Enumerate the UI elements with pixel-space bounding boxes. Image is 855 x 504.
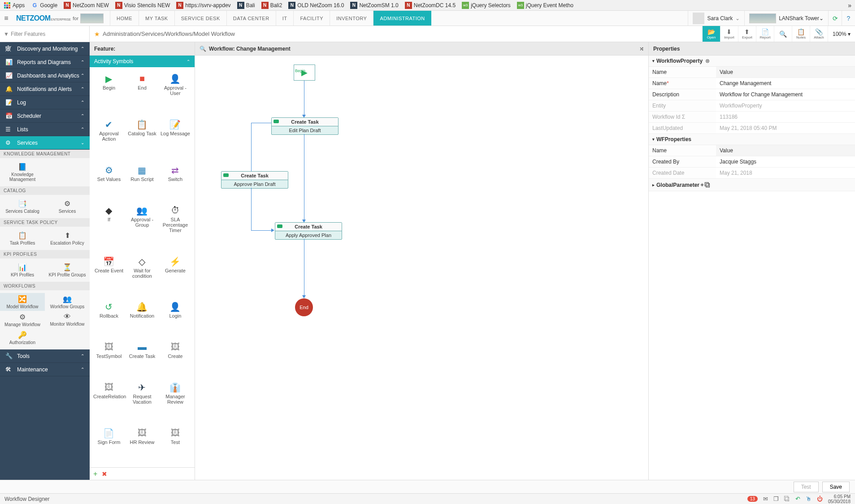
- search-icon[interactable]: 🔍: [774, 26, 792, 42]
- sidebar-subitem-manage-workflow[interactable]: ⚙Manage Workflow: [0, 311, 45, 329]
- activity-manager-review[interactable]: 👔Manager Review: [159, 379, 192, 424]
- activity-create[interactable]: 🖼Create: [159, 338, 192, 379]
- mail-icon[interactable]: ✉: [763, 495, 768, 502]
- add-button[interactable]: +: [93, 470, 97, 478]
- tab-it[interactable]: IT: [276, 11, 294, 26]
- sidebar-item-lists[interactable]: ☰Lists⌃: [0, 123, 90, 136]
- import-button[interactable]: ⬇Import: [720, 26, 738, 42]
- activity-approval-group[interactable]: 👥Approval - Group: [126, 202, 159, 253]
- test-button[interactable]: Test: [794, 482, 819, 492]
- property-row[interactable]: DescriptionWorkflow for Change Managemen…: [649, 89, 855, 100]
- workflow-node[interactable]: Create Task Edit Plan Draft: [271, 117, 339, 135]
- help-button[interactable]: ?: [842, 11, 855, 26]
- property-section-workflowproperty[interactable]: ▾WorkflowProperty⊗: [649, 56, 855, 67]
- activity-generate[interactable]: ⚡Generate: [159, 253, 192, 298]
- attach-icon[interactable]: 📎Attach: [810, 26, 828, 42]
- activity-approval-user[interactable]: 👤Approval - User: [159, 70, 192, 116]
- property-row[interactable]: Name*Change Management: [649, 78, 855, 89]
- bookmark-visio[interactable]: NVisio Stencils NEW: [115, 2, 170, 9]
- copy-icon[interactable]: ⿻: [705, 182, 710, 188]
- begin-node[interactable]: ▶ Begin: [294, 65, 315, 81]
- end-node[interactable]: End: [295, 298, 313, 316]
- activity-test[interactable]: 🖼Test: [159, 424, 192, 465]
- sidebar-item-dashboards-and-analytics[interactable]: 📈Dashboards and Analytics⌃: [0, 69, 90, 82]
- workflow-canvas[interactable]: ▶ Begin Create Task Edit Plan Draft: [195, 56, 648, 480]
- activity-symbols-header[interactable]: Activity Symbols ⌃: [90, 56, 195, 67]
- report-button[interactable]: 📄Report: [756, 26, 774, 42]
- sidebar-item-maintenance[interactable]: 🛠Maintenance⌃: [0, 363, 90, 376]
- tab-data-center[interactable]: DATA CENTER: [226, 11, 276, 26]
- activity-login[interactable]: 👤Login: [159, 298, 192, 338]
- property-section-wfproperties[interactable]: ▾WFProperties: [649, 134, 855, 145]
- sidebar-subitem-kpi-profile-groups[interactable]: ⏳KPI Profile Groups: [45, 261, 90, 279]
- open-button[interactable]: 📂Open: [702, 26, 720, 42]
- activity-catalog-task[interactable]: 📋Catalog Task: [126, 116, 159, 161]
- notes-icon[interactable]: 📋Notes: [792, 26, 810, 42]
- bookmark-svrv[interactable]: Nhttps://svrv-appdev: [176, 2, 230, 9]
- bookmarks-more[interactable]: »: [848, 2, 851, 9]
- mouse-icon[interactable]: 🖱: [806, 495, 812, 502]
- save-button[interactable]: Save: [822, 482, 850, 492]
- property-row[interactable]: Workflow Id Σ113186: [649, 112, 855, 123]
- sidebar-item-discovery-and-monitoring[interactable]: 🕸Discovery and Monitoring⌃: [0, 42, 90, 56]
- activity-if[interactable]: ◆If: [92, 202, 126, 253]
- delete-button[interactable]: ✖: [102, 470, 107, 478]
- activity-begin[interactable]: ▶Begin: [92, 70, 126, 116]
- property-row[interactable]: Created DateMay 21, 2018: [649, 168, 855, 179]
- sidebar-item-scheduler[interactable]: 📅Scheduler⌃: [0, 109, 90, 123]
- tab-my-task[interactable]: MY TASK: [139, 11, 174, 26]
- zoom-control[interactable]: 100% ▾: [828, 26, 855, 42]
- search-icon[interactable]: 🔍: [200, 46, 206, 52]
- activity-sign-form[interactable]: 📄Sign Form: [92, 424, 126, 465]
- activity-create-event[interactable]: 📅Create Event: [92, 253, 126, 298]
- sidebar-subitem-workflow-groups[interactable]: 👥Workflow Groups: [45, 293, 90, 311]
- sidebar-subitem-task-profiles[interactable]: 📋Task Profiles: [0, 229, 45, 247]
- sidebar-item-log[interactable]: 📝Log⌃: [0, 96, 90, 109]
- user-menu[interactable]: Sara Clark ⌄: [688, 11, 744, 26]
- sidebar-subitem-authorization[interactable]: 🔑Authorization: [0, 329, 45, 347]
- activity-wait-for-condition[interactable]: ◇Wait for condition: [126, 253, 159, 298]
- activity-end[interactable]: ■End: [126, 70, 159, 116]
- sidebar-item-tools[interactable]: 🔧Tools⌃: [0, 349, 90, 363]
- activity-run-script[interactable]: ▦Run Script: [126, 161, 159, 202]
- activity-createrelation[interactable]: 🖼CreateRelation: [92, 379, 126, 424]
- window-icon[interactable]: ❐: [773, 495, 779, 502]
- activity-sla-percentage-timer[interactable]: ⏱SLA Percentage Timer: [159, 202, 192, 253]
- notification-badge[interactable]: 13: [747, 496, 758, 502]
- tab-service-desk[interactable]: SERVICE DESK: [174, 11, 226, 26]
- bookmark-jquery-evt[interactable]: w3jQuery Event Metho: [517, 2, 573, 9]
- property-row[interactable]: Created ByJacquie Staggs: [649, 156, 855, 168]
- apps-button[interactable]: Apps: [4, 2, 25, 9]
- workflow-node[interactable]: Create Task Apply Approved Plan: [275, 222, 342, 240]
- bookmark-netzoomsm[interactable]: NNetZoomSM 1.0: [350, 2, 398, 9]
- bookmark-bali2[interactable]: NBali2: [261, 2, 282, 9]
- close-icon[interactable]: ⊗: [705, 58, 710, 64]
- sidebar-subitem-services-catalog[interactable]: 📑Services Catalog: [0, 198, 45, 215]
- tab-inventory[interactable]: INVENTORY: [330, 11, 373, 26]
- location-menu[interactable]: LANShark Tower ⌄: [744, 11, 828, 26]
- tab-administration[interactable]: ADMINISTRATION: [373, 11, 431, 26]
- activity-create-task[interactable]: ▬Create Task: [126, 338, 159, 379]
- hamburger-menu[interactable]: ≡: [0, 14, 13, 22]
- star-icon[interactable]: ★: [94, 30, 100, 38]
- property-section-globalparameter[interactable]: ▸GlobalParameter ＋ ⿻: [649, 179, 855, 191]
- sidebar-subitem-kpi-profiles[interactable]: 📊KPI Profiles: [0, 261, 45, 279]
- workflow-node[interactable]: Create Task Approve Plan Draft: [221, 171, 288, 189]
- add-icon[interactable]: ＋: [699, 181, 705, 189]
- sidebar-item-notifications-and-alerts[interactable]: 🔔Notifications and Alerts⌃: [0, 82, 90, 96]
- sidebar-item-reports-and-diagrams[interactable]: 📊Reports and Diagrams⌃: [0, 56, 90, 69]
- copy-icon[interactable]: ⿻: [784, 495, 790, 502]
- orientation-toggle[interactable]: ⤭: [639, 46, 644, 52]
- activity-set-values[interactable]: ⚙Set Values: [92, 161, 126, 202]
- activity-approval-action[interactable]: ✔Approval Action: [92, 116, 126, 161]
- logo[interactable]: NETZOOM ENTERPRISE for: [16, 13, 104, 23]
- sidebar-subitem-escalation-policy[interactable]: ⬆Escalation Policy: [45, 229, 90, 247]
- power-icon[interactable]: ⏻: [817, 495, 823, 502]
- sidebar-subitem-services[interactable]: ⚙Services: [45, 198, 90, 215]
- activity-hr-review[interactable]: 🖼HR Review: [126, 424, 159, 465]
- activity-notification[interactable]: 🔔Notification: [126, 298, 159, 338]
- export-button[interactable]: ⬆Export: [738, 26, 756, 42]
- bookmark-netzoom-new[interactable]: NNetZoom NEW: [64, 2, 109, 9]
- bookmark-bali[interactable]: NBali: [237, 2, 255, 9]
- bookmark-jquery-sel[interactable]: w3jQuery Selectors: [462, 2, 511, 9]
